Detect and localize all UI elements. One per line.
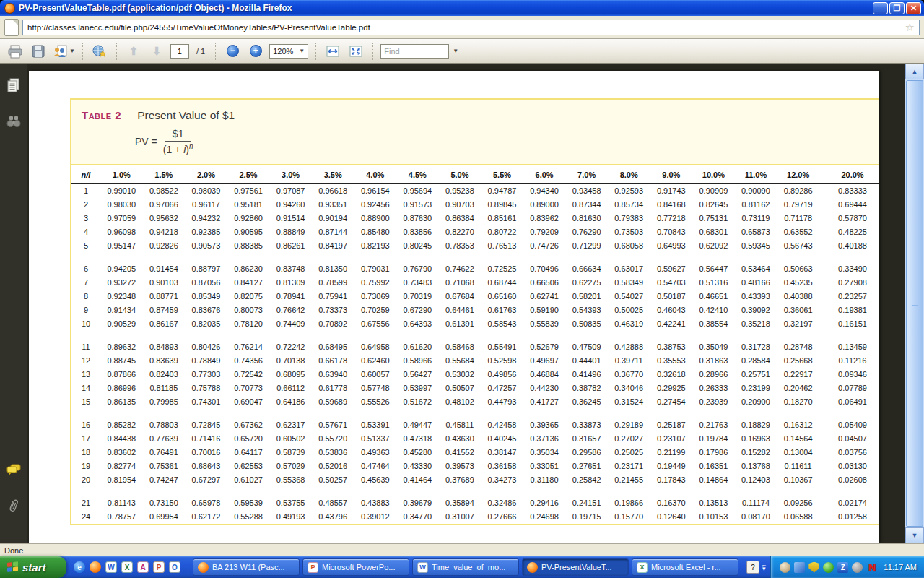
pv-value-cell: 0.32197: [777, 317, 819, 331]
pv-value-cell: 0.48225: [819, 225, 879, 239]
pv-value-cell: 0.73069: [354, 290, 396, 303]
scroll-down-arrow[interactable]: ▼: [905, 527, 924, 543]
row-group-gap: [71, 409, 879, 418]
novell-icon[interactable]: N: [866, 562, 877, 573]
close-button[interactable]: ✕: [906, 2, 921, 14]
pv-value-cell: 0.55839: [523, 317, 566, 331]
pv-value-cell: 0.31863: [692, 354, 735, 368]
pv-value-cell: 0.87056: [185, 276, 227, 290]
next-page-button[interactable]: ⬇: [147, 42, 166, 61]
pv-value-cell: 0.88745: [100, 354, 143, 368]
toolbar-chevron[interactable]: ⌐▾: [762, 564, 766, 571]
attachments-panel-button[interactable]: [5, 497, 22, 514]
vertical-scrollbar[interactable]: ▲ ▼: [905, 64, 924, 543]
messenger-icon[interactable]: [780, 562, 790, 573]
excel-quicklaunch-icon[interactable]: X: [121, 561, 133, 573]
pv-value-cell: 0.78353: [439, 239, 481, 253]
collaborate-dropdown-arrow[interactable]: ▼: [69, 48, 75, 54]
table-row: 210.811430.731500.659780.595390.537550.4…: [71, 496, 879, 510]
volume-icon[interactable]: [852, 562, 863, 573]
pv-value-cell: 0.47464: [354, 460, 396, 473]
pv-value-cell: 0.88797: [185, 262, 227, 276]
zoom-out-button[interactable]: −: [223, 42, 242, 61]
zoom-level-select[interactable]: 120% ▼: [269, 44, 308, 59]
pv-value-cell: 0.46651: [692, 290, 735, 303]
pv-value-cell: 0.12640: [650, 510, 693, 524]
scroll-up-arrow[interactable]: ▲: [905, 64, 924, 79]
period-cell: 12: [71, 354, 100, 368]
antivirus-icon[interactable]: [823, 562, 834, 573]
pv-value-cell: 0.80073: [227, 303, 270, 317]
pv-value-cell: 0.25187: [650, 418, 693, 432]
language-indicator[interactable]: ?: [746, 561, 759, 574]
zoom-in-button[interactable]: +: [246, 42, 265, 61]
pv-formula: PV = $1 (1 + i)n: [135, 128, 879, 155]
taskbar-task[interactable]: PV-PresentValueT...: [522, 558, 629, 576]
formula-denominator: (1 + i)n: [163, 142, 193, 155]
print-button[interactable]: [6, 42, 25, 61]
save-button[interactable]: [29, 42, 48, 61]
restore-button[interactable]: ❐: [889, 2, 905, 14]
pv-value-cell: 0.60502: [269, 432, 312, 446]
comments-panel-button[interactable]: [5, 461, 22, 478]
table-row: 130.878660.824030.773030.725420.680950.6…: [71, 368, 879, 381]
pv-value-cell: 0.17986: [692, 446, 735, 460]
outlook-quicklaunch-icon[interactable]: O: [169, 561, 180, 573]
table-row: 150.861350.799850.743010.690470.641860.5…: [71, 395, 879, 409]
pv-value-cell: 0.38554: [692, 317, 735, 331]
start-button[interactable]: start: [0, 556, 66, 578]
pv-value-cell: 0.96117: [185, 198, 227, 212]
share-button[interactable]: [90, 42, 109, 61]
pv-value-cell: 0.88900: [354, 212, 396, 225]
pages-panel-button[interactable]: [5, 77, 22, 94]
pv-value-cell: 0.59539: [227, 496, 270, 510]
pv-value-cell: 0.43393: [735, 290, 777, 303]
pv-value-cell: 0.73150: [143, 496, 186, 510]
pv-value-cell: 0.64186: [269, 395, 312, 409]
access-quicklaunch-icon[interactable]: A: [137, 561, 149, 573]
firefox-quicklaunch-icon[interactable]: [90, 561, 101, 573]
url-field[interactable]: http://classes.lanecc.edu/file.php/24555…: [22, 20, 920, 35]
taskbar-task[interactable]: BA 213 W11 (Pasc...: [193, 558, 300, 576]
plus-icon: +: [250, 45, 262, 57]
pv-value-cell: 0.17843: [650, 473, 693, 487]
pv-value-cell: 0.86167: [143, 317, 186, 331]
pv-value-cell: 0.66506: [523, 276, 566, 290]
period-cell: 18: [71, 446, 100, 460]
taskbar-task[interactable]: XMicrosoft Excel - r...: [632, 558, 738, 576]
pv-value-cell: 0.79985: [143, 395, 186, 409]
minimize-button[interactable]: _: [873, 2, 888, 14]
task-label: BA 213 W11 (Pasc...: [212, 563, 285, 571]
powerpoint-quicklaunch-icon[interactable]: P: [153, 561, 165, 573]
pv-value-cell: 0.87630: [396, 212, 439, 225]
security-shield-icon[interactable]: [808, 562, 819, 573]
find-input[interactable]: [380, 44, 449, 59]
pv-table-frame: Table 2 Present Value of $1 PV = $1 (1 +…: [70, 98, 879, 525]
pv-value-cell: 0.62172: [185, 510, 227, 524]
column-header-ni: n/i: [71, 165, 100, 184]
ie-quicklaunch-icon[interactable]: e: [74, 561, 85, 573]
pv-value-cell: 0.77218: [650, 212, 693, 225]
pv-value-cell: 0.63552: [777, 225, 819, 239]
pdf-viewer: Table 2 Present Value of $1 PV = $1 (1 +…: [0, 64, 924, 543]
collaborate-button[interactable]: ▼: [52, 42, 75, 61]
z-app-icon[interactable]: Z: [837, 562, 848, 573]
pv-value-cell: 0.54703: [650, 276, 693, 290]
find-dropdown-button[interactable]: ▼: [449, 42, 461, 61]
pv-value-cell: 0.42410: [692, 303, 735, 317]
scrollbar-thumb[interactable]: [906, 80, 923, 527]
network-tool-icon[interactable]: [794, 562, 805, 573]
fit-page-button[interactable]: [346, 42, 365, 61]
pv-value-cell: 0.31657: [565, 432, 608, 446]
previous-page-button[interactable]: ⬆: [124, 42, 143, 61]
bookmark-star-icon[interactable]: ☆: [905, 21, 915, 34]
word-quicklaunch-icon[interactable]: W: [105, 561, 117, 573]
fit-width-button[interactable]: [323, 42, 342, 61]
page-number-input[interactable]: [170, 44, 189, 59]
taskbar-task[interactable]: PMicrosoft PowerPo...: [302, 558, 409, 576]
search-binoculars-button[interactable]: [5, 113, 22, 130]
table-row: 190.827740.753610.686430.625530.570290.5…: [71, 460, 879, 473]
pv-value-cell: 0.48166: [735, 276, 777, 290]
pv-value-cell: 0.13768: [735, 460, 777, 473]
taskbar-task[interactable]: WTime_value_of_mo...: [412, 558, 519, 576]
